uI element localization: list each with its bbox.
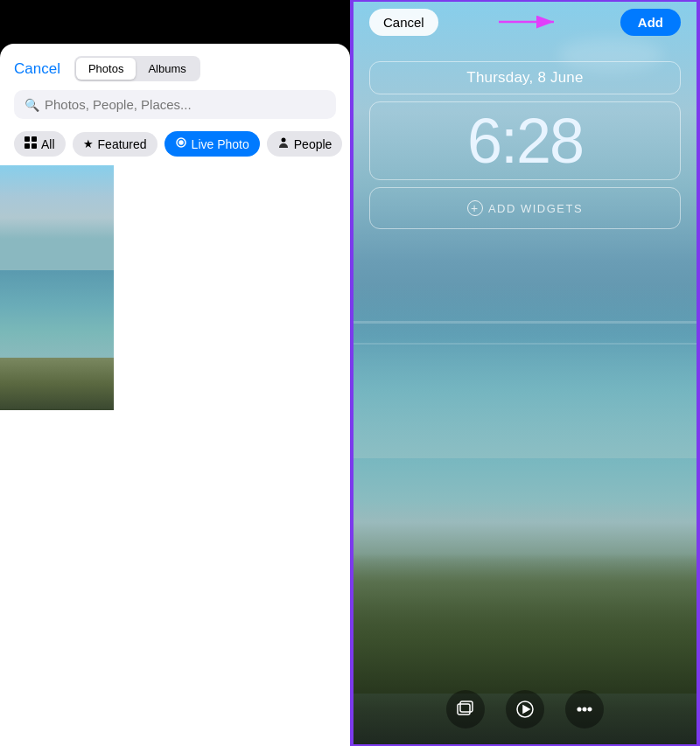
add-widgets-label: ADD WIDGETS [488, 202, 583, 215]
person-icon [277, 136, 290, 151]
ellipsis-icon [575, 700, 594, 719]
photo-sky-area [0, 165, 114, 270]
arrow-indicator [494, 10, 564, 34]
svg-point-15 [588, 708, 592, 711]
search-input[interactable] [45, 97, 326, 112]
svg-point-6 [281, 138, 285, 143]
play-circle-icon [515, 700, 535, 719]
svg-marker-12 [523, 706, 529, 713]
add-button[interactable]: Add [620, 9, 681, 36]
cancel-button-left[interactable]: Cancel [14, 60, 60, 78]
search-icon: 🔍 [24, 98, 39, 112]
svg-point-14 [583, 708, 586, 711]
filter-people-button[interactable]: People [267, 131, 343, 157]
live-photo-icon [175, 136, 187, 151]
time-box: 6:28 [369, 101, 681, 180]
lockscreen-bottom-bar [352, 690, 698, 729]
photo-sand-area [0, 358, 114, 410]
filter-row: All ★ Featured Live Photo [0, 128, 350, 165]
date-box: Thursday, 8 June [369, 61, 681, 94]
date-label: Thursday, 8 June [466, 69, 583, 86]
plus-circle-icon: + [467, 200, 483, 216]
widgets-box[interactable]: + ADD WIDGETS [369, 187, 681, 229]
search-bar[interactable]: 🔍 [14, 90, 336, 119]
svg-rect-10 [460, 701, 472, 712]
photos-grid [0, 165, 350, 746]
albums-tab[interactable]: Albums [136, 58, 198, 80]
svg-rect-1 [32, 136, 37, 142]
svg-rect-3 [32, 143, 37, 149]
sand-overlay [352, 554, 698, 694]
filter-all-button[interactable]: All [14, 131, 66, 157]
play-button[interactable] [506, 690, 544, 729]
filter-people-label: People [294, 137, 332, 151]
filter-featured-button[interactable]: ★ Featured [73, 132, 158, 157]
svg-rect-0 [24, 136, 30, 142]
svg-point-13 [578, 708, 581, 711]
photos-tab[interactable]: Photos [76, 58, 136, 80]
wave-line-1 [352, 321, 698, 324]
grid-icon [24, 136, 37, 151]
more-options-button[interactable] [565, 690, 604, 729]
time-label: 6:28 [467, 106, 583, 176]
photos-stack-icon [456, 700, 475, 719]
star-icon: ★ [83, 137, 94, 150]
filter-all-label: All [41, 137, 55, 151]
filter-featured-label: Featured [98, 137, 147, 151]
photo-thumbnail[interactable] [0, 165, 114, 410]
ocean-overlay [352, 283, 698, 458]
lockscreen-content: Thursday, 8 June 6:28 + ADD WIDGETS [352, 52, 698, 229]
filter-live-photo-label: Live Photo [192, 137, 249, 151]
wallpaper-style-button[interactable] [446, 690, 485, 729]
filter-live-photo-button[interactable]: Live Photo [164, 131, 260, 157]
modal-header: Cancel Photos Albums [0, 44, 350, 90]
svg-rect-9 [458, 704, 470, 715]
lockscreen-preview-panel: Cancel Add Thursday, 8 June 6:28 + ADD W [350, 0, 700, 746]
photo-sea-area [0, 270, 114, 358]
svg-point-5 [179, 141, 183, 144]
svg-rect-2 [24, 143, 30, 149]
add-widgets-row: + ADD WIDGETS [384, 200, 666, 216]
segmented-control: Photos Albums [74, 56, 200, 81]
modal-sheet: Cancel Photos Albums 🔍 All [0, 44, 350, 746]
wave-line-2 [352, 343, 698, 345]
photo-picker-panel: Cancel Photos Albums 🔍 All [0, 0, 350, 746]
cancel-button-right[interactable]: Cancel [369, 9, 438, 36]
left-top-bar [0, 0, 350, 44]
lockscreen-top-bar: Cancel Add [352, 0, 698, 44]
